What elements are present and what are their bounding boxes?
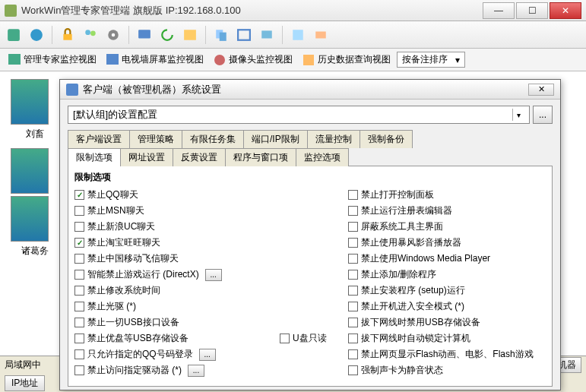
checkbox[interactable] [74, 365, 84, 375]
tab-programs-windows[interactable]: 程序与窗口项 [225, 148, 296, 166]
restriction-item: 禁止运行注册表编辑器 [348, 203, 546, 219]
checkbox[interactable] [74, 222, 84, 232]
detail-button[interactable]: ... [199, 349, 216, 361]
tab-antiporn[interactable]: 反黄设置 [173, 148, 226, 166]
checkbox[interactable] [348, 190, 358, 200]
tab-port-ip[interactable]: 端口/IP限制 [243, 130, 308, 148]
lock-icon[interactable] [59, 26, 77, 44]
checkbox[interactable] [348, 302, 358, 311]
expert-view-label: 管理专家监控视图 [24, 53, 97, 66]
tab-manage-policy[interactable]: 管理策略 [129, 130, 182, 148]
checkbox[interactable] [348, 318, 358, 327]
tvwall-view-button[interactable]: 电视墙屏幕监控视图 [103, 52, 207, 68]
checkbox[interactable] [280, 334, 290, 343]
checkbox[interactable] [348, 286, 358, 296]
restriction-label: U盘只读 [293, 332, 327, 345]
tab-url-settings[interactable]: 网址设置 [120, 148, 173, 166]
checkbox[interactable] [348, 365, 358, 375]
ip-address-button[interactable]: IP地址 [5, 375, 45, 391]
window-title: WorkWin管理专家管理端 旗舰版 IP:192.168.0.100 [21, 4, 241, 17]
restriction-item: 禁止开机进入安全模式 (*) [348, 299, 546, 315]
checkbox[interactable] [74, 190, 84, 200]
list-icon[interactable] [289, 26, 307, 44]
checkbox[interactable] [348, 334, 358, 343]
svg-rect-14 [315, 31, 326, 38]
close-button[interactable]: ✕ [550, 2, 581, 19]
restriction-label: 禁止光驱 (*) [87, 300, 136, 313]
maximize-button[interactable]: ☐ [516, 2, 548, 19]
restriction-item: 拔下网线时禁用USB存储设备 [348, 315, 546, 330]
detail-button[interactable]: ... [205, 269, 222, 281]
checkbox[interactable] [74, 334, 84, 343]
screen-icon[interactable] [258, 26, 276, 44]
globe-icon[interactable] [27, 26, 46, 44]
monitor-icon[interactable] [135, 26, 154, 44]
lan-label: 局域网中 [5, 359, 41, 371]
dialog-close-button[interactable]: ✕ [528, 84, 554, 96]
gear-icon[interactable] [104, 26, 122, 44]
tab-limited-tasks[interactable]: 有限任务集 [182, 130, 244, 148]
checkbox[interactable] [74, 238, 84, 248]
client-thumbnail[interactable] [11, 148, 49, 194]
home-icon[interactable] [5, 26, 23, 44]
checkbox[interactable] [348, 222, 358, 232]
client-thumbnail[interactable] [11, 196, 49, 242]
expert-view-button[interactable]: 管理专家监控视图 [5, 52, 100, 68]
checkbox[interactable] [74, 206, 84, 216]
restriction-item: 禁止一切USB接口设备 [74, 315, 272, 330]
svg-rect-16 [106, 54, 119, 65]
svg-rect-18 [303, 55, 314, 65]
checkbox[interactable] [348, 349, 358, 359]
checkbox[interactable] [348, 206, 358, 216]
minimize-button[interactable]: — [483, 2, 515, 19]
restriction-label: 禁止添加/删除程序 [361, 268, 436, 281]
svg-point-4 [90, 30, 96, 36]
history-view-button[interactable]: 历史数据查询视图 [299, 52, 394, 68]
restriction-item: 禁止QQ聊天 [74, 187, 272, 203]
restriction-item: 只允许指定的QQ号码登录... [74, 346, 272, 362]
sort-dropdown[interactable]: 按备注排序▾ [397, 52, 465, 68]
client-label: 刘畜 [11, 128, 59, 141]
restriction-item: 禁止中国移动飞信聊天 [74, 251, 272, 267]
svg-point-1 [30, 29, 43, 41]
restriction-label: 禁止安装程序 (setup)运行 [361, 284, 465, 297]
users-icon[interactable] [81, 26, 100, 44]
tab-monitor-options[interactable]: 监控选项 [296, 148, 349, 166]
tab-client-settings[interactable]: 客户端设置 [68, 130, 130, 148]
checkbox[interactable] [74, 254, 84, 264]
checkbox[interactable] [348, 238, 358, 248]
checkbox[interactable] [74, 349, 84, 359]
client-thumbnail[interactable] [11, 79, 49, 125]
browse-button[interactable]: ... [533, 106, 553, 124]
svg-rect-12 [261, 30, 272, 38]
checkbox[interactable] [74, 270, 84, 280]
restriction-item: 禁止安装程序 (setup)运行 [348, 283, 546, 299]
restriction-label: 强制声卡为静音状态 [361, 364, 443, 377]
checkbox[interactable] [74, 318, 84, 327]
restriction-label: 禁止网页显示Flash动画、电影、Flash游戏 [361, 348, 534, 361]
checkbox[interactable] [348, 270, 358, 280]
checkbox[interactable] [348, 254, 358, 264]
card-icon[interactable] [312, 26, 330, 44]
image-icon[interactable] [181, 26, 199, 44]
tab-traffic[interactable]: 流量控制 [307, 130, 360, 148]
restriction-label: 禁止新浪UC聊天 [87, 220, 155, 233]
restriction-label: 只允许指定的QQ号码登录 [87, 348, 193, 361]
restriction-item: 强制声卡为静音状态 [348, 362, 546, 378]
history-view-label: 历史数据查询视图 [318, 53, 391, 66]
detail-button[interactable]: ... [188, 365, 204, 377]
restriction-label: 禁止打开控制面板 [361, 188, 434, 201]
svg-rect-15 [8, 54, 21, 65]
checkbox[interactable] [74, 286, 84, 296]
refresh-icon[interactable] [158, 26, 176, 44]
restriction-label: 禁止修改系统时间 [87, 284, 160, 297]
window-icon[interactable] [235, 26, 253, 44]
svg-point-17 [214, 55, 225, 65]
group-combo[interactable]: [默认组]的设置配置 ▾ [68, 106, 530, 124]
restriction-item: 屏蔽系统工具主界面 [348, 219, 546, 235]
tab-restrictions[interactable]: 限制选项 [68, 148, 121, 166]
tab-force-backup[interactable]: 强制备份 [360, 130, 413, 148]
camera-view-button[interactable]: 摄像头监控视图 [210, 52, 296, 68]
copy-icon[interactable] [212, 26, 230, 44]
checkbox[interactable] [74, 302, 84, 311]
